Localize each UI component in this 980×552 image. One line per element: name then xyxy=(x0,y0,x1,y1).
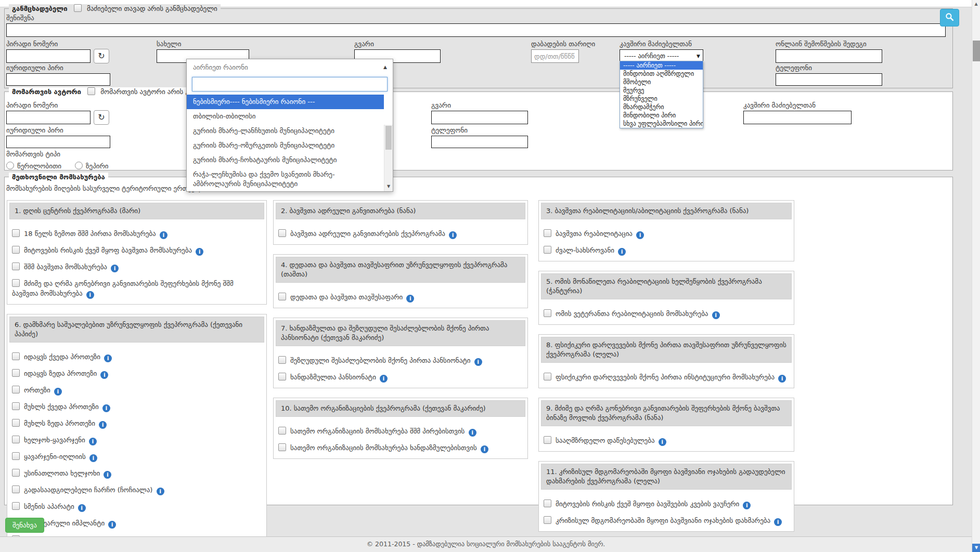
radio-oral[interactable] xyxy=(75,162,83,169)
radio-written[interactable] xyxy=(6,162,14,169)
service-checkbox[interactable] xyxy=(278,427,286,435)
service-checkbox[interactable] xyxy=(12,262,20,270)
self-applicant-checkbox[interactable] xyxy=(74,4,82,12)
author-relation-label: კავშირი მაძიებელთან xyxy=(743,101,816,109)
info-icon[interactable]: i xyxy=(469,429,476,437)
relation-option[interactable]: მინდობით აღმზრდელი xyxy=(620,70,703,78)
service-checkbox[interactable] xyxy=(544,229,551,237)
scroll-down-icon[interactable]: ▼ xyxy=(384,182,393,191)
author-phone-input[interactable] xyxy=(431,136,528,148)
scrollbar-thumb[interactable] xyxy=(385,126,392,150)
info-icon[interactable]: i xyxy=(99,421,107,429)
relation-option[interactable]: მზრუნველი xyxy=(620,95,703,103)
info-icon[interactable]: i xyxy=(778,375,786,383)
author-relation-input[interactable] xyxy=(743,111,852,124)
search-button[interactable] xyxy=(940,9,959,27)
info-icon[interactable]: i xyxy=(380,375,388,383)
info-icon[interactable]: i xyxy=(449,231,457,239)
district-option[interactable]: ნებისმიერი---- ნებისმიერი რაიონი --- xyxy=(187,95,384,109)
service-checkbox[interactable] xyxy=(12,419,20,427)
personal-number-refresh-button[interactable]: ↻ xyxy=(94,49,109,63)
scroll-down-icon[interactable]: ▼ xyxy=(972,544,980,552)
relation-option[interactable]: სხვა უფლებამოსილი პირი xyxy=(620,120,703,128)
save-button[interactable]: შენახვა xyxy=(5,518,44,533)
info-icon[interactable]: i xyxy=(743,502,751,509)
service-checkbox[interactable] xyxy=(12,386,20,393)
service-checkbox[interactable] xyxy=(12,469,20,477)
relation-option[interactable]: მეურვე xyxy=(620,86,703,95)
service-checkbox[interactable] xyxy=(12,352,20,360)
service-checkbox[interactable] xyxy=(544,246,551,254)
service-checkbox[interactable] xyxy=(12,279,20,287)
service-checkbox[interactable] xyxy=(278,373,286,380)
info-icon[interactable]: i xyxy=(104,354,112,362)
phone-input[interactable] xyxy=(776,73,882,86)
info-icon[interactable]: i xyxy=(100,371,108,379)
relation-option[interactable]: ----- აირჩიეთ ----- xyxy=(620,61,703,70)
relation-option[interactable]: მშობელი xyxy=(620,78,703,86)
service-checkbox[interactable] xyxy=(544,373,551,380)
service-checkbox[interactable] xyxy=(12,369,20,377)
info-icon[interactable]: i xyxy=(196,248,203,256)
info-icon[interactable]: i xyxy=(157,488,164,495)
info-icon[interactable]: i xyxy=(474,358,482,366)
service-checkbox[interactable] xyxy=(12,452,20,460)
author-personal-number-input[interactable] xyxy=(6,111,91,124)
district-list-scrollbar[interactable]: ▼ xyxy=(384,125,393,191)
service-checkbox[interactable] xyxy=(544,500,551,507)
district-search-input[interactable] xyxy=(192,77,388,91)
author-personal-number-refresh-button[interactable]: ↻ xyxy=(94,110,109,125)
page-scrollbar-thumb[interactable] xyxy=(973,41,980,61)
relation-option[interactable]: მხარდამჭერი xyxy=(620,103,703,111)
district-dropdown-header[interactable]: აირჩიეთ რაიონი ▲ xyxy=(187,59,393,75)
service-checkbox[interactable] xyxy=(544,516,551,524)
personal-number-input[interactable] xyxy=(6,49,91,63)
service-checkbox[interactable] xyxy=(12,485,20,493)
info-icon[interactable]: i xyxy=(774,518,782,526)
info-icon[interactable]: i xyxy=(712,311,720,319)
district-option[interactable]: გურიის მხარე-ჩოხატაურის მუნიციპალიტეტი xyxy=(187,153,384,167)
service-checkbox[interactable] xyxy=(278,443,286,451)
info-icon[interactable]: i xyxy=(160,231,167,239)
info-icon[interactable]: i xyxy=(636,231,644,239)
info-icon[interactable]: i xyxy=(659,438,666,446)
page-scrollbar[interactable]: ▲ ▼ xyxy=(972,0,980,552)
service-checkbox[interactable] xyxy=(278,293,286,300)
service-checkbox[interactable] xyxy=(544,436,551,444)
info-icon[interactable]: i xyxy=(104,471,111,479)
scroll-up-icon[interactable]: ▲ xyxy=(972,0,980,8)
legal-person-input[interactable] xyxy=(6,73,110,86)
online-check-result-input[interactable] xyxy=(776,49,882,63)
service-option-label: ხანდაზმულთა პანსიონატი xyxy=(290,373,378,381)
info-icon[interactable]: i xyxy=(111,265,119,272)
info-icon[interactable]: i xyxy=(618,248,626,256)
district-option[interactable]: რაჭა-ლეჩხუმისა და ქვემო სვანეთის მხარე-ა… xyxy=(187,167,384,191)
service-checkbox[interactable] xyxy=(12,402,20,410)
info-icon[interactable]: i xyxy=(406,295,414,303)
service-checkbox[interactable] xyxy=(544,309,551,317)
author-legal-person-input[interactable] xyxy=(6,136,110,148)
service-checkbox[interactable] xyxy=(12,502,20,510)
note-input[interactable] xyxy=(6,23,946,37)
district-option[interactable]: თბილისი-თბილისი xyxy=(187,109,384,124)
info-icon[interactable]: i xyxy=(78,504,86,512)
info-icon[interactable]: i xyxy=(86,291,94,299)
service-checkbox[interactable] xyxy=(278,356,286,364)
info-icon[interactable]: i xyxy=(54,388,62,396)
author-is-applicant-checkbox[interactable] xyxy=(87,87,95,95)
service-checkbox[interactable] xyxy=(12,436,20,443)
service-checkbox[interactable] xyxy=(12,246,20,254)
info-icon[interactable]: i xyxy=(102,404,110,412)
info-icon[interactable]: i xyxy=(89,438,97,445)
info-icon[interactable]: i xyxy=(108,521,116,529)
author-last-name-input[interactable] xyxy=(431,111,528,124)
district-option[interactable]: გურიის მხარე-ლანჩხუთის მუნიციპალიტეტი xyxy=(187,124,384,138)
service-checkbox[interactable] xyxy=(278,229,286,237)
requested-services-section: მეთხოვნილი მომსახურება მომსახურების მიღე… xyxy=(4,177,953,505)
info-icon[interactable]: i xyxy=(481,445,488,453)
birth-date-input[interactable] xyxy=(531,49,579,63)
district-option[interactable]: გურიის მხარე-ოზურგეთის მუნიციპალიტეტი xyxy=(187,138,384,153)
info-icon[interactable]: i xyxy=(89,454,97,462)
relation-option[interactable]: მინდობილი პირი xyxy=(620,111,703,120)
service-checkbox[interactable] xyxy=(12,229,20,237)
